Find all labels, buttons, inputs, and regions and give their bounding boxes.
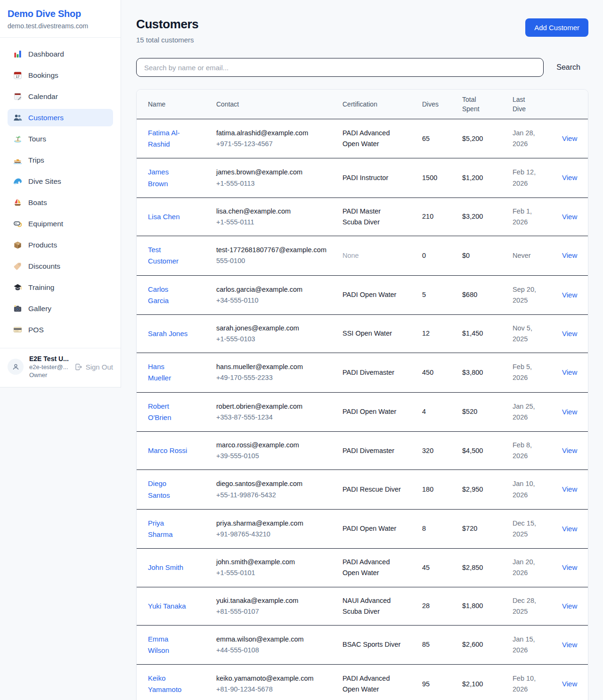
customer-name-link[interactable]: Test Customer [148, 246, 179, 265]
training-icon [13, 283, 22, 292]
table-row: Robert O'Brienrobert.obrien@example.com+… [137, 393, 588, 432]
customer-name-link[interactable]: James Brown [148, 168, 169, 187]
customer-name-link[interactable]: Fatima Al-Rashid [148, 129, 180, 148]
view-customer-link[interactable]: View [562, 525, 577, 533]
view-customer-link[interactable]: View [562, 368, 577, 376]
sidebar-item-boats[interactable]: Boats [8, 194, 113, 211]
customer-last-dive: Jan 25, 2026 [513, 393, 562, 431]
sidebar-item-training[interactable]: Training [8, 279, 113, 296]
customer-name-link[interactable]: Robert O'Brien [148, 402, 171, 421]
customer-certification: PADI Rescue Diver [342, 484, 401, 495]
table-row: Diego Santosdiego.santos@example.com+55-… [137, 470, 588, 509]
sidebar-item-label: Dive Sites [28, 177, 61, 186]
customer-certification-cell: PADI Open Water [342, 515, 422, 542]
view-customer-link[interactable]: View [562, 408, 577, 416]
view-customer-link[interactable]: View [562, 602, 577, 610]
view-customer-link[interactable]: View [562, 446, 577, 454]
customer-name-link[interactable]: Priya Sharma [148, 519, 173, 538]
sidebar-item-label: Dashboard [28, 50, 64, 58]
sidebar-item-dive-sites[interactable]: Dive Sites [8, 173, 113, 190]
user-avatar [8, 359, 24, 375]
sidebar-item-customers[interactable]: Customers [8, 109, 113, 126]
customer-certification-cell: None [342, 242, 422, 269]
view-customer-link[interactable]: View [562, 485, 577, 493]
customer-name-link[interactable]: Emma Wilson [148, 635, 169, 654]
customer-name-link[interactable]: Hans Mueller [148, 362, 171, 382]
sidebar-item-label: Calendar [28, 92, 58, 101]
customer-name-link[interactable]: Diego Santos [148, 479, 170, 499]
customer-certification: SSI Open Water [342, 328, 401, 339]
customer-contact-cell: keiko.yamamoto@example.com+81-90-1234-56… [216, 665, 342, 700]
search-button[interactable]: Search [556, 63, 580, 72]
customer-name-link[interactable]: Marco Rossi [148, 446, 187, 454]
customer-dives: 12 [422, 320, 462, 347]
customer-last-dive: Feb 8, 2026 [513, 432, 562, 469]
sidebar: Demo Dive Shop demo.test.divestreams.com… [0, 0, 121, 387]
sidebar-item-discounts[interactable]: Discounts [8, 257, 113, 275]
view-customer-link[interactable]: View [562, 563, 577, 571]
table-header-row: NameContactCertificationDivesTotal Spent… [137, 90, 588, 119]
customer-name-cell: Diego Santos [148, 470, 216, 509]
view-customer-link[interactable]: View [562, 641, 577, 649]
sidebar-item-tours[interactable]: Tours [8, 130, 113, 148]
customer-contact-cell: john.smith@example.com+1-555-0101 [216, 549, 342, 586]
customer-last-dive: Sep 20, 2025 [513, 276, 562, 314]
sidebar-item-gallery[interactable]: Gallery [8, 300, 113, 317]
customer-total-spent: $1,450 [462, 320, 513, 347]
customer-phone: +1-555-0103 [216, 334, 328, 345]
sidebar-nav: Dashboard17BookingsCalendarCustomersTour… [0, 38, 121, 348]
view-customer-link[interactable]: View [562, 134, 577, 142]
customer-dives: 28 [422, 593, 462, 619]
equipment-icon [13, 219, 22, 228]
customer-total-spent: $680 [462, 281, 513, 308]
table-row: Emma Wilsonemma.wilson@example.com+44-55… [137, 626, 588, 665]
view-customer-link[interactable]: View [562, 251, 577, 259]
customer-name-link[interactable]: Lisa Chen [148, 213, 180, 221]
sidebar-item-products[interactable]: Products [8, 236, 113, 254]
gallery-icon [13, 304, 22, 313]
customer-view-cell: View [562, 554, 580, 581]
customer-name-link[interactable]: John Smith [148, 563, 183, 571]
customer-view-cell: View [562, 359, 580, 386]
sidebar-item-bookings[interactable]: 17Bookings [8, 66, 113, 84]
customer-email: james.brown@example.com [216, 167, 328, 178]
search-input[interactable] [136, 58, 544, 77]
customer-total-spent: $720 [462, 515, 513, 542]
app-root: Demo Dive Shop demo.test.divestreams.com… [0, 0, 603, 700]
sidebar-item-dashboard[interactable]: Dashboard [8, 45, 113, 63]
customer-name-cell: James Brown [148, 158, 216, 197]
bookings-icon: 17 [13, 71, 22, 80]
add-customer-button[interactable]: Add Customer [525, 18, 588, 37]
sign-out-button[interactable]: Sign Out [74, 363, 113, 371]
view-customer-link[interactable]: View [562, 291, 577, 299]
customer-certification: PADI Advanced Open Water [342, 673, 401, 695]
customer-last-dive: Dec 28, 2025 [513, 587, 562, 625]
table-row: Fatima Al-Rashidfatima.alrashid@example.… [137, 119, 588, 158]
customer-dives: 85 [422, 631, 462, 658]
customer-name-link[interactable]: Yuki Tanaka [148, 602, 186, 610]
customer-contact-cell: test-1772681807767@example.com555-0100 [216, 237, 342, 274]
customer-phone: +34-555-0110 [216, 295, 328, 306]
table-row: Carlos Garciacarlos.garcia@example.com+3… [137, 276, 588, 315]
customer-certification-cell: PADI Rescue Diver [342, 476, 422, 503]
sidebar-item-equipment[interactable]: Equipment [8, 215, 113, 232]
customer-name-link[interactable]: Carlos Garcia [148, 285, 169, 305]
customer-name-cell: Sarah Jones [148, 320, 216, 347]
sidebar-item-calendar[interactable]: Calendar [8, 88, 113, 105]
customer-certification: PADI Divemaster [342, 445, 401, 456]
dashboard-icon [13, 49, 22, 58]
customer-view-cell: View [562, 593, 580, 620]
sidebar-item-trips[interactable]: Trips [8, 151, 113, 169]
customer-count: 15 total customers [136, 36, 198, 44]
customer-name-link[interactable]: Sarah Jones [148, 329, 187, 338]
sidebar-item-pos[interactable]: POS [8, 321, 113, 338]
view-customer-link[interactable]: View [562, 173, 577, 181]
customer-total-spent: $0 [462, 242, 513, 269]
view-customer-link[interactable]: View [562, 329, 577, 338]
discounts-icon [13, 262, 22, 271]
user-email: e2e-tester@... [29, 363, 74, 371]
view-customer-link[interactable]: View [562, 213, 577, 221]
customer-name-link[interactable]: Keiko Yamamoto [148, 674, 181, 693]
view-customer-link[interactable]: View [562, 680, 577, 688]
customer-total-spent: $5,200 [462, 125, 513, 152]
